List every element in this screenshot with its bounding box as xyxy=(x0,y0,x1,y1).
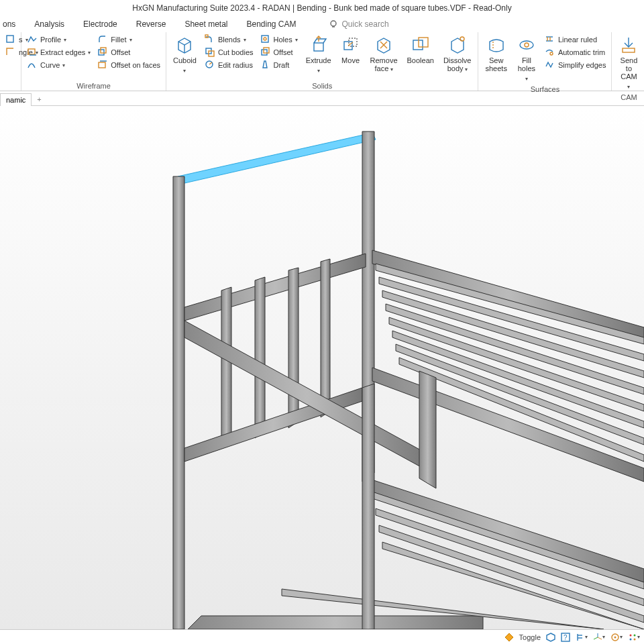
svg-point-86 xyxy=(630,638,632,640)
wireframe-label: Wireframe xyxy=(24,81,163,90)
extract-edges-icon xyxy=(27,47,38,58)
menu-electrode[interactable]: Electrode xyxy=(83,19,117,29)
svg-marker-63 xyxy=(419,371,436,488)
fillet-button[interactable]: Fillet xyxy=(95,34,163,46)
status-bar: Toggle ? xyxy=(0,629,644,644)
extrude-icon xyxy=(309,35,329,55)
solids-offset-button[interactable]: Offset xyxy=(258,46,301,58)
svg-marker-64 xyxy=(368,478,644,582)
extract-edges-button[interactable]: Extract edges xyxy=(24,46,93,58)
3d-viewport[interactable] xyxy=(0,106,644,629)
fill-holes-icon xyxy=(517,35,537,55)
svg-marker-44 xyxy=(173,176,184,629)
extrude-button[interactable]: Extrude xyxy=(302,34,335,81)
boolean-icon xyxy=(411,35,431,55)
curve-button[interactable]: Curve xyxy=(24,59,93,71)
ribbon-group-wireframe: Profile Extract edges Curve Fillet Offse… xyxy=(21,32,166,91)
quick-search[interactable]: Quick search xyxy=(329,19,389,29)
remove-face-icon xyxy=(374,35,394,55)
bunk-bed-model xyxy=(0,106,644,629)
status-tree-icon[interactable] xyxy=(576,633,588,642)
send-to-cam-button[interactable]: Send to CAM xyxy=(614,34,643,93)
move-icon xyxy=(341,35,361,55)
menu-ons[interactable]: ons xyxy=(3,19,15,29)
remove-face-button[interactable]: Remove face xyxy=(366,34,402,81)
svg-marker-43 xyxy=(178,133,376,183)
cam-label: CAM xyxy=(614,93,643,101)
svg-marker-48 xyxy=(255,277,265,438)
linear-ruled-button[interactable]: Linear ruled xyxy=(542,34,609,46)
svg-rect-42 xyxy=(623,48,635,52)
fill-holes-button[interactable]: Fill holes xyxy=(513,34,541,85)
svg-point-34 xyxy=(520,41,533,49)
status-cube-icon[interactable] xyxy=(546,633,555,642)
svg-rect-19 xyxy=(264,48,269,53)
offset-button[interactable]: Offset xyxy=(95,46,163,58)
svg-point-85 xyxy=(634,634,636,636)
svg-line-81 xyxy=(594,637,598,639)
ribbon-group-clipped: s ngle xyxy=(0,32,21,91)
edit-radius-button[interactable]: Edit radius xyxy=(202,59,256,71)
simplify-edges-button[interactable]: Simplify edges xyxy=(542,59,609,71)
menu-reverse[interactable]: Reverse xyxy=(136,19,166,29)
move-button[interactable]: Move xyxy=(337,34,365,81)
status-diamond-icon[interactable] xyxy=(504,633,514,642)
menu-bending-cam[interactable]: Bending CAM xyxy=(246,19,296,29)
offset-faces-icon xyxy=(97,60,108,70)
status-snap-icon[interactable] xyxy=(610,633,623,642)
svg-marker-72 xyxy=(505,633,513,641)
holes-button[interactable]: Holes xyxy=(258,34,301,46)
cuboid-button[interactable]: Cuboid xyxy=(169,34,201,81)
holes-icon xyxy=(260,34,271,45)
menubar: ons Analysis Electrode Reverse Sheet met… xyxy=(0,16,644,32)
svg-point-87 xyxy=(634,638,636,640)
profile-icon xyxy=(27,34,38,45)
status-axis-icon[interactable] xyxy=(593,633,605,642)
blends-button[interactable]: Blends xyxy=(202,34,256,46)
group-label xyxy=(3,89,18,90)
status-toggle-label[interactable]: Toggle xyxy=(519,633,541,641)
solids-label: Solids xyxy=(169,81,475,90)
tab-add-button[interactable]: + xyxy=(32,93,46,105)
svg-point-17 xyxy=(264,38,266,40)
automatic-trim-button[interactable]: Automatic trim xyxy=(542,46,609,58)
offset-icon xyxy=(97,47,108,58)
status-help-icon[interactable]: ? xyxy=(561,633,570,642)
draft-button[interactable]: Draft xyxy=(258,59,301,71)
svg-point-83 xyxy=(614,636,616,638)
svg-rect-18 xyxy=(262,50,267,55)
svg-marker-51 xyxy=(184,388,362,462)
boolean-button[interactable]: Boolean xyxy=(403,34,438,81)
window-title: HxGN Manufacturing Suite 2023.4 - RADAN … xyxy=(0,0,644,16)
tab-namic[interactable]: namic xyxy=(0,93,32,106)
svg-marker-65 xyxy=(188,616,483,629)
dissolve-body-button[interactable]: Dissolve body xyxy=(439,34,476,81)
profile-button[interactable]: Profile xyxy=(24,34,93,46)
svg-rect-30 xyxy=(419,38,428,47)
status-grid-icon[interactable] xyxy=(628,633,640,642)
dissolve-body-icon xyxy=(447,35,468,55)
svg-point-84 xyxy=(630,634,632,636)
svg-marker-49 xyxy=(288,268,299,428)
sew-sheets-icon xyxy=(486,35,506,55)
svg-marker-26 xyxy=(378,38,390,53)
svg-marker-50 xyxy=(321,259,330,417)
draft-icon xyxy=(260,60,271,70)
offset-on-faces-button[interactable]: Offset on faces xyxy=(95,59,163,71)
svg-line-15 xyxy=(209,62,212,64)
svg-line-80 xyxy=(598,637,602,639)
menu-sheet-metal[interactable]: Sheet metal xyxy=(184,19,227,29)
cut-bodies-icon xyxy=(205,47,215,58)
sew-sheets-button[interactable]: Sew sheets xyxy=(481,34,511,85)
svg-text:?: ? xyxy=(564,634,568,641)
svg-rect-21 xyxy=(314,43,323,51)
cut-bodies-button[interactable]: Cut bodies xyxy=(202,46,256,58)
generic-icon xyxy=(5,47,16,58)
fillet-icon xyxy=(97,34,108,45)
blends-icon xyxy=(205,34,215,45)
svg-point-40 xyxy=(550,52,553,55)
svg-rect-3 xyxy=(28,49,35,54)
menu-analysis[interactable]: Analysis xyxy=(34,19,64,29)
simplify-edges-icon xyxy=(545,60,555,70)
svg-marker-20 xyxy=(263,61,267,68)
